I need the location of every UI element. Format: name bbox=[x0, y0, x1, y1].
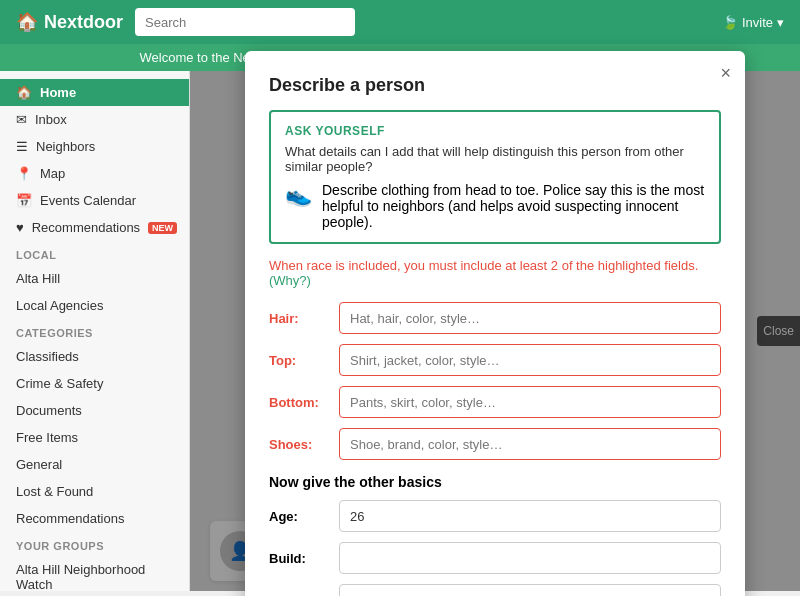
sidebar-item-alta-hill[interactable]: Alta Hill bbox=[0, 265, 189, 292]
house-icon: 🏠 bbox=[16, 11, 38, 33]
field-row-race: Race: bbox=[269, 584, 721, 596]
ask-question: What details can I add that will help di… bbox=[285, 144, 705, 174]
sidebar-label-documents: Documents bbox=[16, 403, 82, 418]
field-label-bottom: Bottom: bbox=[269, 395, 339, 410]
field-row-age: Age: bbox=[269, 500, 721, 532]
sidebar-label-alta-hill-watch: Alta Hill Neighborhood Watch bbox=[16, 562, 173, 591]
field-row-build: Build: bbox=[269, 542, 721, 574]
sidebar-item-events[interactable]: 📅 Events Calendar bbox=[0, 187, 189, 214]
field-label-hair: Hair: bbox=[269, 311, 339, 326]
events-icon: 📅 bbox=[16, 193, 32, 208]
invite-label: Invite bbox=[742, 15, 773, 30]
sidebar-item-lost-found[interactable]: Lost & Found bbox=[0, 478, 189, 505]
neighbors-icon: ☰ bbox=[16, 139, 28, 154]
sidebar-item-crime-safety[interactable]: Crime & Safety bbox=[0, 370, 189, 397]
sidebar-item-recommendations[interactable]: ♥ Recommendations NEW bbox=[0, 214, 189, 241]
field-input-race[interactable] bbox=[339, 584, 721, 596]
sidebar-label-map: Map bbox=[40, 166, 65, 181]
map-icon: 📍 bbox=[16, 166, 32, 181]
modal-title: Describe a person bbox=[269, 75, 721, 96]
field-input-bottom[interactable] bbox=[339, 386, 721, 418]
chevron-down-icon: ▾ bbox=[777, 15, 784, 30]
sidebar-label-alta-hill: Alta Hill bbox=[16, 271, 60, 286]
sidebar-item-general[interactable]: General bbox=[0, 451, 189, 478]
sidebar-label-lost-found: Lost & Found bbox=[16, 484, 93, 499]
sidebar-item-local-agencies[interactable]: Local Agencies bbox=[0, 292, 189, 319]
ask-label: ASK YOURSELF bbox=[285, 124, 705, 138]
ask-detail: 👟 Describe clothing from head to toe. Po… bbox=[285, 182, 705, 230]
sidebar-item-documents[interactable]: Documents bbox=[0, 397, 189, 424]
field-input-hair[interactable] bbox=[339, 302, 721, 334]
warning-link[interactable]: (Why?) bbox=[269, 273, 311, 288]
heart-icon: ♥ bbox=[16, 220, 24, 235]
sidebar-label-classifieds: Classifieds bbox=[16, 349, 79, 364]
logo-text: Nextdoor bbox=[44, 12, 123, 33]
local-section-header: LOCAL bbox=[0, 241, 189, 265]
sidebar: 🏠 Home ✉ Inbox ☰ Neighbors 📍 Map 📅 Event… bbox=[0, 71, 190, 591]
warning-text: When race is included, you must include … bbox=[269, 258, 721, 288]
leaf-icon: 🍃 bbox=[722, 15, 738, 30]
invite-button[interactable]: 🍃 Invite ▾ bbox=[722, 15, 784, 30]
field-input-shoes[interactable] bbox=[339, 428, 721, 460]
sidebar-label-general: General bbox=[16, 457, 62, 472]
field-label-race: Race: bbox=[269, 593, 339, 597]
sidebar-label-crime-safety: Crime & Safety bbox=[16, 376, 103, 391]
new-badge: NEW bbox=[148, 222, 177, 234]
sidebar-item-classifieds[interactable]: Classifieds bbox=[0, 343, 189, 370]
basics-section-title: Now give the other basics bbox=[269, 474, 721, 490]
main-content: Close 👤 Hand-me-down School Supplies × D… bbox=[190, 71, 800, 591]
sidebar-label-home: Home bbox=[40, 85, 76, 100]
home-icon: 🏠 bbox=[16, 85, 32, 100]
sidebar-item-free-items[interactable]: Free Items bbox=[0, 424, 189, 451]
field-input-top[interactable] bbox=[339, 344, 721, 376]
search-input[interactable] bbox=[135, 8, 355, 36]
modal-overlay: × Describe a person ASK YOURSELF What de… bbox=[190, 71, 800, 591]
sidebar-label-events: Events Calendar bbox=[40, 193, 136, 208]
inbox-icon: ✉ bbox=[16, 112, 27, 127]
sidebar-label-recommendations: Recommendations bbox=[32, 220, 140, 235]
field-row-hair: Hair: bbox=[269, 302, 721, 334]
ask-detail-text: Describe clothing from head to toe. Poli… bbox=[322, 182, 705, 230]
sidebar-label-neighbors: Neighbors bbox=[36, 139, 95, 154]
field-row-shoes: Shoes: bbox=[269, 428, 721, 460]
ask-box: ASK YOURSELF What details can I add that… bbox=[269, 110, 721, 244]
sidebar-item-inbox[interactable]: ✉ Inbox bbox=[0, 106, 189, 133]
layout: 🏠 Home ✉ Inbox ☰ Neighbors 📍 Map 📅 Event… bbox=[0, 71, 800, 591]
field-label-age: Age: bbox=[269, 509, 339, 524]
field-input-build[interactable] bbox=[339, 542, 721, 574]
sidebar-item-recommendations-cat[interactable]: Recommendations bbox=[0, 505, 189, 532]
sidebar-item-home[interactable]: 🏠 Home bbox=[0, 79, 189, 106]
sidebar-label-local-agencies: Local Agencies bbox=[16, 298, 103, 313]
categories-section-header: CATEGORIES bbox=[0, 319, 189, 343]
field-label-shoes: Shoes: bbox=[269, 437, 339, 452]
sidebar-item-map[interactable]: 📍 Map bbox=[0, 160, 189, 187]
shoe-icon: 👟 bbox=[285, 182, 312, 208]
sidebar-label-inbox: Inbox bbox=[35, 112, 67, 127]
groups-section-header: YOUR GROUPS bbox=[0, 532, 189, 556]
field-input-age[interactable] bbox=[339, 500, 721, 532]
field-label-build: Build: bbox=[269, 551, 339, 566]
top-nav: 🏠 Nextdoor 🍃 Invite ▾ bbox=[0, 0, 800, 44]
field-row-bottom: Bottom: bbox=[269, 386, 721, 418]
field-row-top: Top: bbox=[269, 344, 721, 376]
sidebar-label-free-items: Free Items bbox=[16, 430, 78, 445]
sidebar-item-neighbors[interactable]: ☰ Neighbors bbox=[0, 133, 189, 160]
sidebar-item-alta-hill-watch[interactable]: Alta Hill Neighborhood Watch bbox=[0, 556, 189, 591]
logo: 🏠 Nextdoor bbox=[16, 11, 123, 33]
warning-message: When race is included, you must include … bbox=[269, 258, 698, 273]
field-label-top: Top: bbox=[269, 353, 339, 368]
modal: × Describe a person ASK YOURSELF What de… bbox=[245, 51, 745, 596]
sidebar-label-recommendations-cat: Recommendations bbox=[16, 511, 124, 526]
modal-close-button[interactable]: × bbox=[720, 63, 731, 84]
